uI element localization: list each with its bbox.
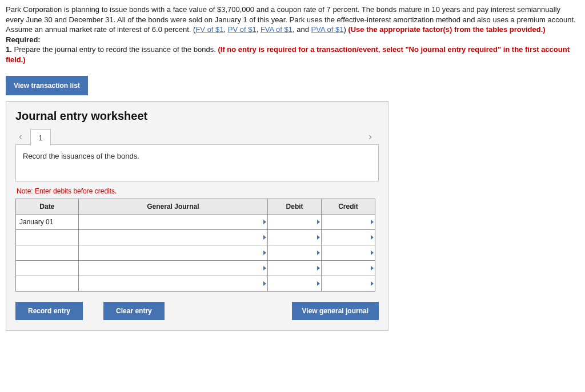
chevron-right-icon[interactable]: › [365,128,375,145]
debit-cell[interactable] [268,261,322,276]
link-pva-of-1[interactable]: PVA of $1 [311,25,344,34]
req1-number: 1. [6,45,14,54]
date-cell[interactable] [16,276,79,292]
dropdown-icon [371,266,374,270]
record-entry-button[interactable]: Record entry [15,302,83,320]
table-row: January 01 [16,215,375,230]
credit-cell[interactable] [322,230,375,245]
req1-text: Prepare the journal entry to record the … [14,45,218,54]
clear-entry-button[interactable]: Clear entry [103,302,165,320]
dropdown-icon [317,220,320,224]
account-cell[interactable] [78,276,267,292]
account-cell[interactable] [78,245,267,261]
dropdown-icon [317,250,320,255]
view-general-journal-button[interactable]: View general journal [292,302,379,320]
debit-cell[interactable] [268,245,322,261]
table-row [16,230,375,245]
table-row [16,276,375,292]
credit-cell[interactable] [322,245,375,261]
date-cell[interactable] [16,261,79,276]
table-row [16,245,375,261]
dropdown-icon [263,250,266,255]
dropdown-icon [263,281,266,286]
debits-before-credits-note: Note: Enter debits before credits. [17,187,379,195]
dropdown-icon [371,220,374,224]
table-row [16,261,375,276]
link-fv-of-1[interactable]: FV of $1 [195,25,223,34]
dropdown-icon [371,250,374,255]
dropdown-icon [317,281,320,286]
date-cell[interactable] [16,230,79,245]
debit-cell[interactable] [268,215,322,230]
dropdown-icon [263,266,266,270]
dropdown-icon [263,220,266,224]
date-cell[interactable] [16,245,79,261]
view-transaction-list-button[interactable]: View transaction list [6,76,88,95]
debit-cell[interactable] [268,230,322,245]
journal-entry-table: Date General Journal Debit Credit Januar… [15,199,375,292]
problem-statement: Park Corporation is planning to issue bo… [6,5,579,64]
dropdown-icon [263,235,266,240]
account-cell[interactable] [78,215,267,230]
credit-cell[interactable] [322,215,375,230]
use-factors-note: (Use the appropriate factor(s) from the … [348,25,545,34]
account-cell[interactable] [78,230,267,245]
credit-cell[interactable] [322,261,375,276]
transaction-instruction: Record the issuances of the bonds. [15,144,379,181]
journal-entry-worksheet: Journal entry worksheet ‹ 1 › Record the… [6,101,388,331]
dropdown-icon [371,281,374,286]
dropdown-icon [371,235,374,240]
tab-1[interactable]: 1 [30,129,51,146]
required-label: Required: [6,35,41,44]
link-pv-of-1[interactable]: PV of $1 [228,25,257,34]
col-header-credit: Credit [322,199,375,215]
account-cell[interactable] [78,261,267,276]
debit-cell[interactable] [268,276,322,292]
link-fva-of-1[interactable]: FVA of $1 [261,25,292,34]
credit-cell[interactable] [322,276,375,292]
worksheet-title: Journal entry worksheet [15,110,379,123]
chevron-left-icon[interactable]: ‹ [15,128,26,145]
worksheet-nav: ‹ 1 › [15,128,379,145]
col-header-date: Date [16,199,79,215]
dropdown-icon [317,235,320,240]
date-cell[interactable]: January 01 [16,215,79,230]
col-header-debit: Debit [268,199,322,215]
dropdown-icon [317,266,320,270]
col-header-general-journal: General Journal [78,199,267,215]
worksheet-button-row: Record entry Clear entry View general jo… [15,302,379,320]
